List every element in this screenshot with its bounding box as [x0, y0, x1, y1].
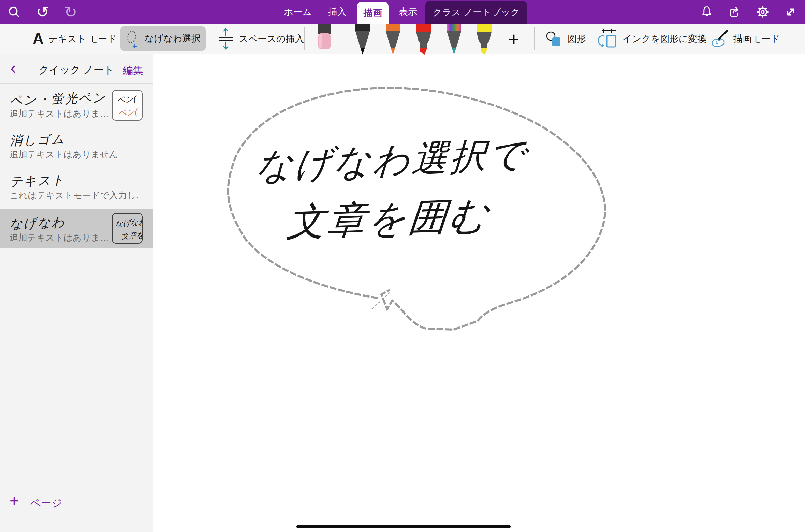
- ink-to-shape-icon: [598, 28, 618, 50]
- ribbon-divider: [304, 27, 305, 50]
- settings-button[interactable]: [755, 0, 771, 24]
- page-list-item-selected[interactable]: なげなわ 追加テキストはありま… なげなわ 文章を: [0, 209, 153, 248]
- red-marker-tool[interactable]: [414, 24, 433, 55]
- thumbnail-ink-text: なげなわ: [115, 217, 143, 229]
- shapes-label: 図形: [568, 33, 586, 45]
- lasso-icon: [126, 29, 141, 48]
- galaxy-pen-tool[interactable]: [444, 24, 464, 55]
- ribbon-divider: [534, 27, 535, 50]
- lasso-select-label: なげなわ選択: [145, 32, 201, 45]
- page-title-ink: なげなわ: [9, 214, 65, 233]
- lasso-selection-outline: [153, 54, 805, 532]
- search-button[interactable]: [6, 0, 22, 24]
- page-subtitle: 追加テキストはありません: [10, 149, 118, 161]
- page-title-ink: ペン・蛍光ペン: [9, 89, 106, 109]
- tab-draw[interactable]: 描画: [357, 2, 389, 24]
- page-list-item[interactable]: テキスト これはテキストモードで入力し…: [0, 167, 153, 208]
- lasso-select-button[interactable]: なげなわ選択: [120, 26, 206, 51]
- black-pen-tool[interactable]: [353, 24, 372, 55]
- page-list-item[interactable]: ペン・蛍光ペン 追加テキストはありま… ペン( ペン(: [0, 85, 153, 126]
- orange-pen-tool[interactable]: [383, 24, 402, 55]
- tab-insert[interactable]: 挿入: [323, 0, 352, 24]
- text-mode-label: テキスト モード: [48, 33, 117, 45]
- share-button[interactable]: [727, 0, 743, 24]
- page-subtitle: 追加テキストはありま…: [10, 232, 108, 244]
- undo-button[interactable]: ↺: [34, 0, 51, 24]
- add-pen-button[interactable]: +: [508, 24, 519, 54]
- text-mode-button[interactable]: A テキスト モード: [33, 24, 117, 54]
- gear-icon: [756, 5, 769, 18]
- page-list-sidebar: ‹ クイック ノート 編集 ペン・蛍光ペン 追加テキストはありま… ペン( ペン…: [0, 54, 153, 532]
- ribbon-divider: [343, 27, 343, 50]
- draw-mode-label: 描画モード: [733, 33, 780, 45]
- tab-class-notebook[interactable]: クラス ノートブック: [425, 1, 527, 24]
- insert-space-icon: [218, 27, 234, 51]
- page-thumbnail: ペン( ペン(: [112, 90, 143, 121]
- thumbnail-ink-text: 文章を: [121, 230, 143, 242]
- insert-space-button[interactable]: スペースの挿入: [218, 24, 304, 54]
- handwritten-ink-line-2[interactable]: 文章を囲む: [285, 189, 493, 248]
- add-page-label: ページ: [30, 496, 62, 511]
- tab-home[interactable]: ホーム: [278, 0, 318, 24]
- home-indicator-bar[interactable]: [296, 525, 511, 528]
- ink-to-shape-button[interactable]: インクを図形に変換: [598, 24, 706, 54]
- draw-mode-icon: [709, 29, 729, 48]
- ink-to-shape-label: インクを図形に変換: [623, 33, 706, 45]
- edit-button[interactable]: 編集: [123, 64, 143, 78]
- page-subtitle: 追加テキストはありま…: [10, 108, 108, 120]
- bell-icon: [701, 5, 713, 18]
- draw-ribbon: A テキスト モード なげなわ選択 スペースの挿入: [0, 24, 805, 54]
- yellow-highlighter-tool[interactable]: [474, 24, 494, 55]
- thumbnail-ink-text: ペン(: [116, 93, 136, 106]
- thumbnail-ink-text: ペン(: [118, 106, 138, 119]
- onenote-app: { "colors": { "accent_purple": "#7b1fa5"…: [0, 0, 805, 532]
- redo-button[interactable]: ↻: [62, 0, 79, 24]
- shapes-button[interactable]: 図形: [545, 24, 586, 54]
- text-mode-icon: A: [33, 30, 44, 47]
- draw-mode-button[interactable]: 描画モード: [709, 24, 780, 54]
- page-list-item[interactable]: 消しゴム 追加テキストはありません: [0, 126, 153, 167]
- eraser-tool[interactable]: [315, 24, 334, 52]
- page-title-ink: 消しゴム: [9, 131, 65, 150]
- fullscreen-button[interactable]: [782, 0, 799, 24]
- drawing-canvas[interactable]: なげなわ選択で 文章を囲む: [153, 54, 805, 532]
- tab-view[interactable]: 表示: [393, 0, 423, 24]
- insert-space-label: スペースの挿入: [239, 33, 304, 45]
- page-thumbnail: なげなわ 文章を: [112, 213, 143, 244]
- expand-icon: [784, 5, 797, 18]
- page-subtitle: これはテキストモードで入力し…: [10, 189, 139, 201]
- shapes-icon: [545, 30, 563, 48]
- add-page-button[interactable]: + ページ: [0, 485, 153, 532]
- search-icon: [8, 5, 20, 18]
- sidebar-header: ‹ クイック ノート 編集: [0, 54, 153, 84]
- plus-icon: +: [10, 493, 19, 508]
- share-icon: [728, 5, 741, 18]
- top-bar: ↺ ↻ ホーム 挿入 描画 表示 クラス ノートブック: [0, 0, 805, 24]
- page-title-ink: テキスト: [9, 171, 65, 191]
- notifications-button[interactable]: [699, 0, 715, 24]
